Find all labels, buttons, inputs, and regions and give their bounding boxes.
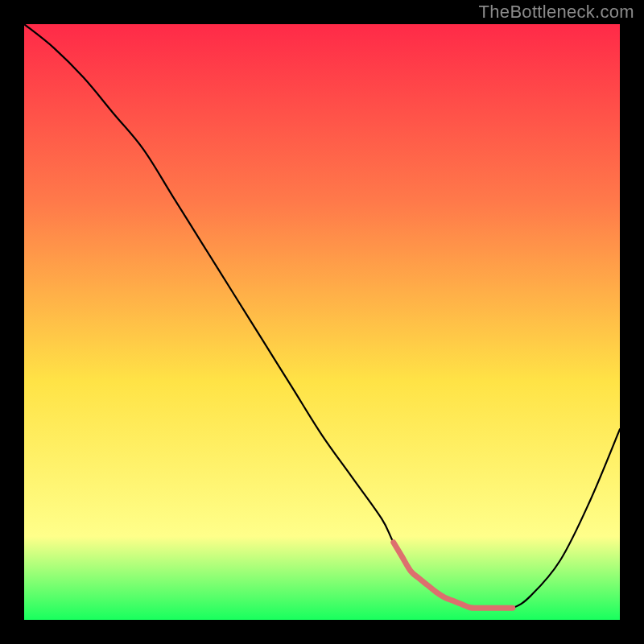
watermark-label: TheBottleneck.com [479,2,634,23]
plot-area [24,24,620,620]
bottleneck-chart [24,24,620,620]
chart-frame: TheBottleneck.com [0,0,644,644]
